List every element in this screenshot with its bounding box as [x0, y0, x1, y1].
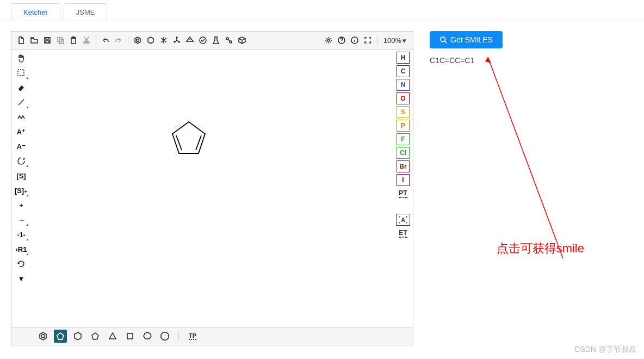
- more-tools-icon[interactable]: ▼: [14, 272, 29, 285]
- ketcher-editor: 100% ▾ A⁺ A⁻ [S] [S]₊ + → -1-: [11, 31, 413, 345]
- atom-c-button[interactable]: C: [397, 65, 410, 77]
- separator: [377, 35, 377, 45]
- et-label: ET: [399, 229, 407, 238]
- template-cyclopentane-icon[interactable]: [89, 330, 102, 343]
- watermark: CSDN @字节叔叔: [574, 345, 636, 355]
- undo-icon[interactable]: [100, 34, 112, 46]
- reaction-plus-tool[interactable]: +: [14, 199, 29, 212]
- zoom-label: 100%: [383, 36, 401, 45]
- map-label: -1-: [17, 231, 26, 239]
- zoom-select[interactable]: 100% ▾: [380, 36, 410, 45]
- template-cycloheptane-icon[interactable]: [141, 330, 154, 343]
- miew-icon[interactable]: [236, 34, 248, 46]
- periodic-table-button[interactable]: PT: [396, 188, 410, 200]
- settings-icon[interactable]: [323, 34, 335, 46]
- svg-line-22: [18, 100, 24, 105]
- top-toolbar: 100% ▾: [11, 32, 413, 49]
- svg-marker-27: [40, 332, 46, 340]
- clean-icon[interactable]: [171, 34, 183, 46]
- svg-rect-21: [18, 70, 24, 76]
- charge-plus-tool[interactable]: A⁺: [14, 125, 29, 138]
- select-tool-icon[interactable]: [14, 66, 29, 79]
- search-icon: [439, 36, 447, 44]
- template-cyclopentadiene-icon[interactable]: [54, 330, 67, 343]
- atom-n-button[interactable]: N: [397, 79, 410, 91]
- erase-tool-icon[interactable]: [14, 81, 29, 94]
- aromatize-icon[interactable]: [132, 34, 144, 46]
- arrow-label: →: [18, 216, 25, 224]
- template-benzene-icon[interactable]: [36, 330, 49, 343]
- save-icon[interactable]: [41, 34, 53, 46]
- tp-label: TP: [189, 332, 196, 340]
- bond-tool-icon[interactable]: [14, 96, 29, 109]
- separator: [178, 331, 179, 341]
- chain-tool-icon[interactable]: [14, 110, 29, 123]
- calculate-cip-icon[interactable]: [184, 34, 196, 46]
- atom-i-button[interactable]: I: [397, 174, 410, 186]
- cut-icon[interactable]: [81, 34, 92, 46]
- open-icon[interactable]: [28, 34, 40, 46]
- drawing-canvas[interactable]: [31, 49, 393, 327]
- svg-marker-31: [92, 333, 98, 339]
- check-structure-icon[interactable]: [197, 34, 209, 46]
- shape-rotate-tool-icon[interactable]: [14, 257, 29, 270]
- hand-tool-icon[interactable]: [14, 52, 29, 65]
- molecule-cyclopentadiene: [167, 117, 210, 161]
- svg-text:A: A: [401, 217, 405, 223]
- redo-icon[interactable]: [113, 34, 125, 46]
- layout-icon[interactable]: [158, 34, 170, 46]
- svg-rect-3: [58, 38, 62, 42]
- svg-rect-2: [46, 41, 49, 43]
- atom-o-button[interactable]: O: [397, 92, 410, 104]
- sgroup-tool[interactable]: [S]: [14, 169, 29, 182]
- template-cyclopropane-icon[interactable]: [106, 330, 119, 343]
- side-panel: Get SMILES C1C=CC=C1: [430, 31, 633, 345]
- svg-point-18: [327, 39, 330, 41]
- copy-icon[interactable]: [54, 34, 66, 46]
- get-smiles-button[interactable]: Get SMILES: [430, 31, 503, 48]
- atom-s-button[interactable]: S: [397, 106, 410, 118]
- help-icon[interactable]: [336, 34, 348, 46]
- calculated-values-icon[interactable]: [210, 34, 222, 46]
- svg-rect-1: [46, 38, 48, 39]
- pt-label: PT: [399, 189, 407, 198]
- dearomatize-icon[interactable]: [145, 34, 157, 46]
- stereo-icon[interactable]: [223, 34, 235, 46]
- sgroup-data-label: [S]₊: [15, 187, 28, 195]
- paste-icon[interactable]: [67, 34, 79, 46]
- separator: [96, 35, 96, 45]
- reaction-arrow-tool[interactable]: →: [14, 213, 29, 226]
- svg-point-16: [226, 38, 228, 40]
- template-cyclohexane-icon[interactable]: [71, 330, 84, 343]
- tab-ketcher[interactable]: Ketcher: [11, 3, 60, 21]
- svg-point-10: [137, 39, 139, 42]
- svg-point-36: [441, 37, 445, 42]
- tab-jsme[interactable]: JSME: [64, 3, 108, 21]
- svg-marker-9: [135, 37, 140, 44]
- atom-p-button[interactable]: P: [397, 120, 410, 132]
- extended-table-button[interactable]: ET: [396, 227, 410, 239]
- get-smiles-label: Get SMILES: [450, 35, 493, 44]
- atom-cl-button[interactable]: Cl: [397, 147, 410, 159]
- svg-marker-30: [75, 332, 81, 340]
- template-cyclobutane-icon[interactable]: [123, 330, 137, 343]
- atom-br-button[interactable]: Br: [397, 160, 410, 172]
- rgroup-tool[interactable]: ›R1: [14, 243, 29, 256]
- svg-point-28: [41, 335, 45, 338]
- smiles-output: C1C=CC=C1: [430, 56, 633, 65]
- svg-marker-32: [109, 333, 116, 339]
- atom-h-button[interactable]: H: [397, 52, 410, 64]
- about-icon[interactable]: [349, 34, 361, 46]
- atom-f-button[interactable]: F: [397, 133, 410, 145]
- separator: [128, 35, 128, 45]
- reaction-map-tool[interactable]: -1-: [14, 228, 29, 241]
- new-file-icon[interactable]: [15, 34, 27, 46]
- fullscreen-icon[interactable]: [362, 34, 374, 46]
- charge-minus-tool[interactable]: A⁻: [14, 140, 29, 153]
- any-atom-button[interactable]: A: [396, 214, 410, 226]
- template-library-button[interactable]: TP: [186, 330, 199, 343]
- rgroup-label: ›R1: [16, 245, 27, 253]
- sgroup-data-tool[interactable]: [S]₊: [14, 184, 29, 197]
- transform-tool-icon[interactable]: [14, 154, 29, 168]
- template-cyclooctane-icon[interactable]: [158, 330, 171, 343]
